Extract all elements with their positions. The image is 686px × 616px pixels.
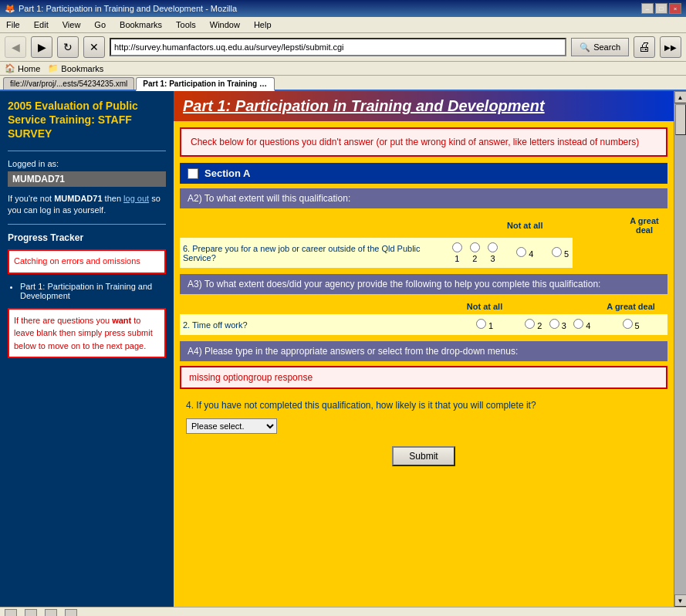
toolbar: ◀ ▶ ↻ ✕ http://survey.humanfactors.uq.ed… bbox=[0, 33, 686, 62]
login-highlight: MUMDAD71 bbox=[54, 194, 102, 203]
search-button[interactable]: 🔍 Search bbox=[571, 38, 629, 56]
tab-0[interactable]: file:///var/proj/...ests/54234235.xml bbox=[3, 77, 134, 90]
sidebar-logged-in-label: Logged in as: bbox=[8, 159, 166, 168]
a3-col-question bbox=[180, 299, 448, 314]
sidebar: 2005 Evaluation of Public Service Traini… bbox=[0, 91, 174, 607]
title-bar: 🦊 Part 1: Participation in Training and … bbox=[0, 0, 686, 17]
window-title: Part 1: Participation in Training and De… bbox=[19, 4, 237, 13]
scroll-up-button[interactable]: ▲ bbox=[674, 91, 687, 103]
q-a3-header: A3) To what extent does/did your agency … bbox=[180, 274, 667, 294]
browser-content: 2005 Evaluation of Public Service Traini… bbox=[0, 91, 686, 607]
a3-col-spacer bbox=[521, 299, 546, 314]
missing-response: missing optiongroup response bbox=[180, 366, 667, 389]
q-a2-text: A2) To what extent will this qualificati… bbox=[188, 193, 350, 204]
a2-row: 6. Prepare you for a new job or career o… bbox=[180, 238, 667, 268]
a2-col-question bbox=[180, 213, 448, 238]
home-bookmark[interactable]: 🏠 Home bbox=[5, 63, 40, 73]
a3-radio-2[interactable]: 2 bbox=[521, 314, 546, 335]
section-a-label: Section A bbox=[204, 168, 250, 179]
home-icon: 🏠 bbox=[5, 63, 15, 73]
home-label: Home bbox=[18, 64, 40, 73]
status-icon-4 bbox=[65, 609, 77, 617]
progress-item: Part 1: Participation in Training and De… bbox=[20, 282, 166, 300]
maximize-button[interactable]: □ bbox=[655, 3, 667, 14]
sidebar-title: 2005 Evaluation of Public Service Traini… bbox=[8, 99, 166, 141]
close-button[interactable]: × bbox=[669, 3, 681, 14]
log-out-link[interactable]: log out bbox=[123, 194, 149, 203]
right-scrollbar: ▲ ▼ bbox=[674, 91, 686, 607]
q-a3-text: A3) To what extent does/did your agency … bbox=[188, 279, 600, 289]
select-row: Please select. Very likely Likely Unlike… bbox=[180, 415, 667, 440]
menu-view[interactable]: View bbox=[59, 19, 84, 31]
a2-radio-2[interactable]: 2 bbox=[466, 238, 484, 268]
main-content: Part 1: Participation in Training and De… bbox=[174, 91, 674, 607]
menu-bookmarks[interactable]: Bookmarks bbox=[117, 19, 165, 31]
a2-radio-1[interactable]: 1 bbox=[448, 238, 466, 268]
a2-col-spacer bbox=[548, 213, 573, 238]
a2-radio-5[interactable]: 5 bbox=[548, 238, 573, 268]
magnifier-icon: 🔍 bbox=[580, 42, 590, 52]
bookmarks-label: Bookmarks bbox=[61, 64, 103, 73]
stop-button[interactable]: ✕ bbox=[83, 36, 105, 58]
bookmarks-bookmark[interactable]: 📁 Bookmarks bbox=[48, 63, 103, 73]
status-icon-2 bbox=[25, 609, 37, 617]
menu-tools[interactable]: Tools bbox=[173, 19, 199, 31]
back-button[interactable]: ◀ bbox=[5, 36, 26, 58]
more-button[interactable]: ▶▶ bbox=[660, 36, 681, 58]
title-bar-controls: – □ × bbox=[641, 3, 681, 14]
title-bar-icon: 🦊 bbox=[5, 4, 15, 14]
sidebar-username: MUMDAD71 bbox=[8, 171, 166, 187]
login-text-before: If you're not bbox=[8, 194, 54, 203]
a3-radio-4[interactable]: 4 bbox=[570, 314, 595, 335]
minimize-button[interactable]: – bbox=[641, 3, 654, 14]
forward-button[interactable]: ▶ bbox=[31, 36, 52, 58]
a3-row: 2. Time off work? 1 2 3 4 5 bbox=[180, 314, 667, 335]
q-a2-header: A2) To what extent will this qualificati… bbox=[180, 188, 667, 208]
menu-file[interactable]: File bbox=[3, 19, 23, 31]
info-text-1: If there are questions you bbox=[14, 316, 112, 325]
address-text[interactable]: http://survey.humanfactors.uq.edu.au/sur… bbox=[114, 42, 562, 52]
menu-edit[interactable]: Edit bbox=[31, 19, 52, 31]
reload-button[interactable]: ↻ bbox=[57, 36, 79, 58]
status-icon-3 bbox=[45, 609, 57, 617]
section-checkbox[interactable] bbox=[188, 168, 198, 179]
a3-col-spacer2 bbox=[546, 299, 570, 314]
login-text-mid: then bbox=[103, 194, 124, 203]
a3-rating-table: Not at all A great deal 2. Time off work… bbox=[180, 299, 667, 335]
a2-col-spacer3 bbox=[596, 213, 621, 238]
tab-1[interactable]: Part 1: Participation in Training a... bbox=[136, 77, 275, 91]
a2-radio-4[interactable]: 4 bbox=[502, 238, 548, 268]
a3-radio-3[interactable]: 3 bbox=[546, 314, 570, 335]
sidebar-error-box: Catching on errors and omissions bbox=[8, 249, 166, 273]
a2-radio-3[interactable]: 3 bbox=[484, 238, 502, 268]
a3-radio-1[interactable]: 1 bbox=[448, 314, 522, 335]
tabs-bar: file:///var/proj/...ests/54234235.xml Pa… bbox=[0, 76, 686, 91]
error-box-text: Catching on errors and omissions bbox=[14, 256, 140, 266]
a3-not-at-all: Not at all bbox=[448, 299, 522, 314]
menu-go[interactable]: Go bbox=[91, 19, 109, 31]
a4-answer-area: missing optiongroup response 4. If you h… bbox=[180, 366, 667, 472]
a2-not-at-all: Not at all bbox=[502, 213, 548, 238]
a3-question-text: 2. Time off work? bbox=[180, 314, 448, 335]
completion-select[interactable]: Please select. Very likely Likely Unlike… bbox=[186, 418, 277, 434]
scroll-thumb[interactable] bbox=[675, 104, 686, 135]
menu-bar: File Edit View Go Bookmarks Tools Window… bbox=[0, 17, 686, 33]
print-button[interactable]: 🖨 bbox=[634, 36, 655, 58]
q4-text: 4. If you have not completed this qualif… bbox=[180, 395, 667, 415]
error-notice: Check below for questions you didn't ans… bbox=[180, 127, 667, 157]
q-a4-text: A4) Please type in the appropriate answe… bbox=[188, 346, 518, 357]
search-label: Search bbox=[593, 42, 620, 52]
status-bar bbox=[0, 607, 686, 616]
info-text-bold: want bbox=[112, 316, 131, 325]
menu-help[interactable]: Help bbox=[251, 19, 275, 31]
progress-tracker-title: Progress Tracker bbox=[8, 232, 166, 243]
section-a-header: Section A bbox=[180, 163, 667, 184]
menu-window[interactable]: Window bbox=[207, 19, 243, 31]
scroll-down-button[interactable]: ▼ bbox=[674, 594, 687, 607]
a3-radio-5[interactable]: 5 bbox=[594, 314, 667, 335]
a3-a-great-deal: A great deal bbox=[594, 299, 667, 314]
a2-col-spacer2 bbox=[573, 213, 597, 238]
q-a4-header: A4) Please type in the appropriate answe… bbox=[180, 341, 667, 361]
a3-col-spacer3 bbox=[570, 299, 595, 314]
submit-button[interactable]: Submit bbox=[392, 446, 455, 466]
